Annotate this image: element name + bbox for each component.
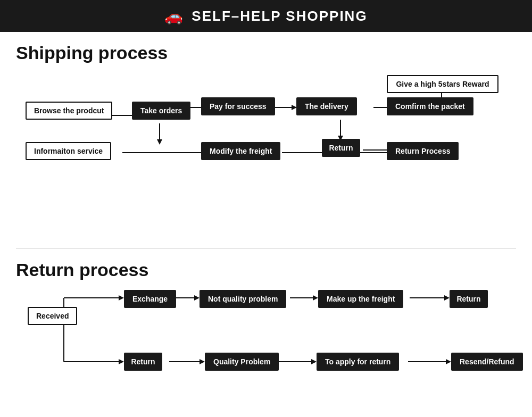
node-return2: Return xyxy=(124,353,162,371)
node-received: Received xyxy=(28,307,77,325)
svg-marker-36 xyxy=(446,359,451,364)
node-browse: Browse the prodcut xyxy=(26,102,112,120)
car-icon: 🚗 xyxy=(164,7,183,25)
svg-marker-21 xyxy=(119,295,124,301)
return-title: Return process xyxy=(16,260,516,280)
svg-marker-32 xyxy=(200,359,205,364)
header-title: SELF–HELP SHOPPING xyxy=(192,8,367,24)
node-modify: Modify the freight xyxy=(201,142,280,160)
shipping-section: Shipping process xyxy=(0,32,532,248)
node-resend: Resend/Refund xyxy=(451,353,523,371)
return-section: Return process xyxy=(0,249,532,402)
node-not-quality: Not quality problem xyxy=(200,290,286,308)
node-return-process: Return Process xyxy=(387,142,459,160)
node-apply-return: To apply for return xyxy=(317,353,399,371)
svg-marker-24 xyxy=(119,359,124,364)
shipping-diagram: Give a high 5stars Reward Browse the pro… xyxy=(16,73,516,243)
page-header: 🚗 SELF–HELP SHOPPING xyxy=(0,0,532,32)
node-take-orders: Take orders xyxy=(132,102,190,120)
return-diagram: Received Exchange Not quality problem Ma… xyxy=(16,290,516,396)
node-make-up: Make up the freight xyxy=(318,290,403,308)
svg-marker-30 xyxy=(444,295,450,301)
svg-marker-34 xyxy=(311,359,317,364)
svg-marker-26 xyxy=(194,295,200,301)
svg-marker-5 xyxy=(157,139,162,145)
node-return1: Return xyxy=(450,290,488,308)
node-exchange: Exchange xyxy=(124,290,176,308)
node-high-stars: Give a high 5stars Reward xyxy=(387,75,498,93)
node-informaiton: Informaiton service xyxy=(26,142,111,160)
node-confirm: Comfirm the packet xyxy=(387,97,473,115)
svg-marker-28 xyxy=(313,295,318,301)
node-quality: Quality Problem xyxy=(205,353,279,371)
node-pay: Pay for success xyxy=(201,97,275,115)
shipping-title: Shipping process xyxy=(16,43,516,63)
node-delivery: The delivery xyxy=(296,97,357,115)
node-return: Return xyxy=(322,139,360,157)
